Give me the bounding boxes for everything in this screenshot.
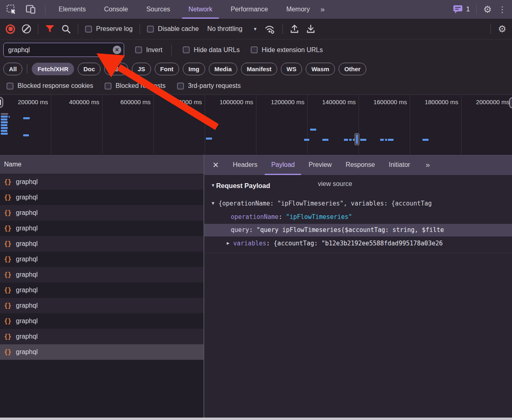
checkbox[interactable]	[177, 83, 184, 90]
timeline-request-bar	[1, 130, 7, 132]
payload-query-line[interactable]: query: "query ipFlowTimeseries($accountT…	[204, 224, 512, 236]
blocked-requests-checkbox[interactable]: Blocked requests	[105, 82, 166, 90]
clear-button[interactable]	[22, 24, 31, 33]
chip-ws[interactable]: WS	[281, 63, 302, 75]
request-row[interactable]: {}graphql	[0, 252, 203, 267]
chip-css[interactable]: CSS	[104, 63, 128, 75]
clear-filter-icon[interactable]: ✕	[113, 46, 121, 54]
devtools-window: ElementsConsoleSourcesNetworkPerformance…	[0, 0, 512, 420]
chip-fetch-xhr[interactable]: Fetch/XHR	[32, 63, 74, 75]
name-column-header[interactable]: Name	[0, 155, 203, 174]
chip-js[interactable]: JS	[132, 63, 151, 75]
detail-tab-headers[interactable]: Headers	[233, 155, 257, 175]
hide-data-urls-checkbox[interactable]: Hide data URLs	[183, 46, 240, 54]
import-har-icon[interactable]	[290, 24, 299, 34]
blocked-requests-label: Blocked requests	[116, 82, 166, 90]
tab-elements[interactable]: Elements	[59, 0, 86, 19]
payload-value: "ipFlowTimeseries"	[286, 213, 352, 221]
chip-media[interactable]: Media	[209, 63, 238, 75]
tab-performance[interactable]: Performance	[231, 0, 268, 19]
hide-extension-urls-label: Hide extension URLs	[262, 46, 323, 54]
kebab-menu-icon[interactable]: ⋮	[498, 4, 506, 14]
json-icon: {}	[4, 271, 11, 278]
detail-tab-payload[interactable]: Payload	[271, 155, 295, 175]
request-row[interactable]: {}graphql	[0, 344, 203, 360]
preserve-log-label: Preserve log	[96, 25, 133, 33]
network-conditions-icon[interactable]	[264, 24, 276, 34]
timeline-column: 400000 ms	[51, 95, 103, 154]
inspect-element-icon[interactable]	[7, 4, 17, 15]
tab-memory[interactable]: Memory	[286, 0, 310, 19]
disable-cache-checkbox[interactable]: Disable cache	[147, 25, 199, 33]
expand-triangle-icon[interactable]: ▶	[227, 237, 230, 249]
chip-font[interactable]: Font	[155, 63, 179, 75]
payload-variables-line[interactable]: ▶ variables: {accountTag: "b12e3b2192ee5…	[204, 237, 512, 250]
timeline-overview[interactable]: 200000 ms400000 ms600000 ms800000 ms1000…	[0, 94, 512, 155]
chip-other[interactable]: Other	[339, 63, 366, 75]
detail-tab-preview[interactable]: Preview	[309, 155, 332, 175]
request-row[interactable]: {}graphql	[0, 190, 203, 205]
tab-network[interactable]: Network	[188, 0, 212, 19]
panel-split-divider[interactable]	[203, 155, 204, 418]
filter-input[interactable]	[3, 43, 124, 57]
expand-triangle-icon[interactable]: ▼	[212, 197, 214, 210]
record-button[interactable]	[6, 24, 15, 34]
third-party-requests-checkbox[interactable]: 3rd-party requests	[177, 82, 241, 90]
chip-manifest[interactable]: Manifest	[241, 63, 277, 75]
request-row[interactable]: {}graphql	[0, 236, 203, 252]
invert-checkbox[interactable]: Invert	[135, 46, 162, 54]
checkbox[interactable]	[105, 83, 112, 90]
filter-toggle-icon[interactable]	[45, 25, 55, 33]
request-row[interactable]: {}graphql	[0, 174, 203, 190]
detail-more-tabs-icon[interactable]: »	[426, 160, 429, 169]
timeline-tick-label: 400000 ms	[69, 98, 99, 105]
request-row[interactable]: {}graphql	[0, 329, 203, 344]
blocked-response-cookies-checkbox[interactable]: Blocked response cookies	[7, 82, 93, 90]
checkbox[interactable]	[251, 46, 258, 53]
payload-value: {accountTag: "b12e3b2192ee5588fdad995178…	[274, 240, 442, 247]
timeline-request-bar	[23, 117, 30, 119]
preserve-log-checkbox[interactable]: Preserve log	[85, 25, 133, 33]
issues-message-icon[interactable]	[453, 5, 463, 14]
collapse-triangle-icon: ▼	[211, 183, 215, 188]
view-source-link[interactable]: view source	[318, 180, 352, 188]
close-details-icon[interactable]: ✕	[212, 160, 219, 170]
request-row[interactable]: {}graphql	[0, 205, 203, 221]
payload-operation-line[interactable]: operationName: "ipFlowTimeseries"	[204, 211, 512, 223]
network-settings-gear-icon[interactable]: ⚙	[498, 24, 506, 34]
tab-console[interactable]: Console	[104, 0, 128, 19]
request-name: graphql	[16, 348, 37, 356]
export-har-icon[interactable]	[306, 24, 315, 34]
issues-count[interactable]: 1	[466, 6, 470, 13]
checkbox[interactable]	[85, 26, 92, 33]
request-row[interactable]: {}graphql	[0, 313, 203, 329]
checkbox[interactable]	[183, 46, 190, 53]
device-toolbar-icon[interactable]	[26, 4, 36, 14]
chip-doc[interactable]: Doc	[78, 63, 101, 75]
chip-wasm[interactable]: Wasm	[306, 63, 335, 75]
request-row[interactable]: {}graphql	[0, 298, 203, 313]
request-row[interactable]: {}graphql	[0, 282, 203, 298]
more-tabs-icon[interactable]: »	[320, 5, 324, 14]
tabbar-left-icons	[0, 4, 53, 15]
window-bottom-edge	[0, 418, 512, 420]
throttling-select[interactable]: No throttling ▼	[207, 25, 257, 33]
search-icon[interactable]	[61, 24, 71, 34]
request-row[interactable]: {}graphql	[0, 267, 203, 282]
payload-preview-line[interactable]: ▼ {operationName: "ipFlowTimeseries", va…	[204, 197, 512, 210]
checkbox[interactable]	[7, 83, 13, 90]
checkbox[interactable]	[135, 46, 142, 53]
chip-img[interactable]: Img	[183, 63, 205, 75]
chip-all[interactable]: All	[3, 63, 22, 75]
detail-tab-initiator[interactable]: Initiator	[389, 155, 410, 175]
advanced-filter-row: Blocked response cookies Blocked request…	[0, 77, 512, 94]
checkbox[interactable]	[147, 26, 154, 33]
request-payload-section-toggle[interactable]: ▼ Request Payload	[211, 180, 270, 191]
tab-sources[interactable]: Sources	[146, 0, 170, 19]
settings-gear-icon[interactable]: ⚙	[483, 5, 492, 14]
request-name: graphql	[16, 178, 37, 186]
detail-tab-response[interactable]: Response	[346, 155, 375, 175]
divider	[171, 45, 172, 55]
request-row[interactable]: {}graphql	[0, 221, 203, 236]
hide-extension-urls-checkbox[interactable]: Hide extension URLs	[251, 46, 323, 54]
